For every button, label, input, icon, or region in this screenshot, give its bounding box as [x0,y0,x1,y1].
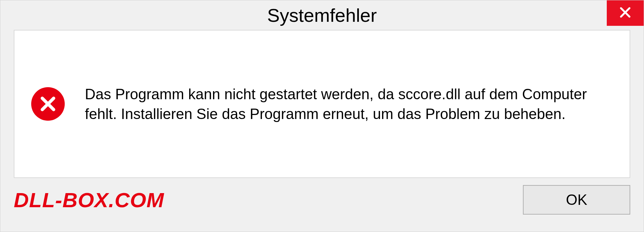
error-dialog: Systemfehler Das Programm kann nicht ges… [0,0,644,232]
ok-button[interactable]: OK [523,185,630,215]
watermark-text: DLL-BOX.COM [14,188,164,212]
content-area: Das Programm kann nicht gestartet werden… [14,30,630,178]
footer-area: DLL-BOX.COM OK [0,178,644,232]
window-title: Systemfehler [267,4,377,26]
close-button[interactable] [607,0,644,26]
error-message: Das Programm kann nicht gestartet werden… [85,84,613,124]
close-icon [619,6,632,20]
title-bar: Systemfehler [0,0,644,30]
error-icon [31,87,65,121]
